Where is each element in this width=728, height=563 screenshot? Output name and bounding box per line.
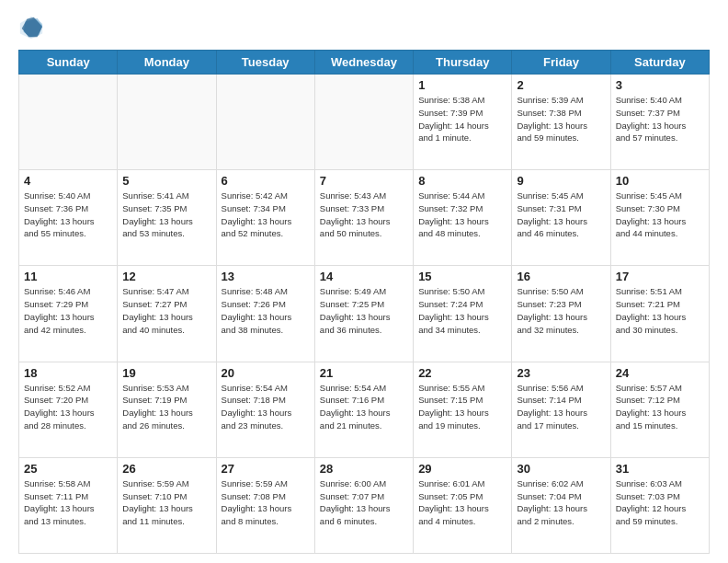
day-cell-6: 6Sunrise: 5:42 AM Sunset: 7:34 PM Daylig… xyxy=(216,170,314,266)
day-number: 19 xyxy=(122,366,210,380)
day-number: 4 xyxy=(24,174,112,188)
day-cell-16: 16Sunrise: 5:50 AM Sunset: 7:23 PM Dayli… xyxy=(512,266,610,362)
day-cell-25: 25Sunrise: 5:58 AM Sunset: 7:11 PM Dayli… xyxy=(19,457,118,553)
day-info: Sunrise: 6:03 AM Sunset: 7:03 PM Dayligh… xyxy=(616,477,704,528)
day-number: 16 xyxy=(517,270,605,283)
day-number: 17 xyxy=(616,270,704,283)
day-info: Sunrise: 5:45 AM Sunset: 7:30 PM Dayligh… xyxy=(616,190,704,240)
day-number: 10 xyxy=(616,174,704,188)
day-cell-19: 19Sunrise: 5:53 AM Sunset: 7:19 PM Dayli… xyxy=(118,362,216,457)
day-cell-4: 4Sunrise: 5:40 AM Sunset: 7:36 PM Daylig… xyxy=(19,170,118,266)
day-info: Sunrise: 5:58 AM Sunset: 7:11 PM Dayligh… xyxy=(24,477,112,528)
day-number: 29 xyxy=(418,462,506,476)
day-cell-empty-1 xyxy=(118,75,216,170)
day-info: Sunrise: 5:56 AM Sunset: 7:14 PM Dayligh… xyxy=(517,382,605,432)
day-info: Sunrise: 5:42 AM Sunset: 7:34 PM Dayligh… xyxy=(222,190,310,240)
day-info: Sunrise: 5:45 AM Sunset: 7:31 PM Dayligh… xyxy=(517,190,605,240)
page: SundayMondayTuesdayWednesdayThursdayFrid… xyxy=(0,0,728,563)
day-header-saturday: Saturday xyxy=(610,51,709,75)
day-cell-1: 1Sunrise: 5:38 AM Sunset: 7:39 PM Daylig… xyxy=(414,75,512,170)
week-row-3: 11Sunrise: 5:46 AM Sunset: 7:29 PM Dayli… xyxy=(19,266,710,362)
day-number: 3 xyxy=(616,78,704,92)
day-info: Sunrise: 5:59 AM Sunset: 7:08 PM Dayligh… xyxy=(222,477,310,528)
day-info: Sunrise: 5:54 AM Sunset: 7:18 PM Dayligh… xyxy=(222,382,310,432)
day-cell-15: 15Sunrise: 5:50 AM Sunset: 7:24 PM Dayli… xyxy=(414,266,512,362)
day-info: Sunrise: 5:52 AM Sunset: 7:20 PM Dayligh… xyxy=(24,382,112,432)
day-info: Sunrise: 5:44 AM Sunset: 7:32 PM Dayligh… xyxy=(418,190,506,240)
week-row-4: 18Sunrise: 5:52 AM Sunset: 7:20 PM Dayli… xyxy=(19,362,710,457)
day-info: Sunrise: 5:57 AM Sunset: 7:12 PM Dayligh… xyxy=(616,382,704,432)
day-cell-7: 7Sunrise: 5:43 AM Sunset: 7:33 PM Daylig… xyxy=(314,170,413,266)
day-info: Sunrise: 5:41 AM Sunset: 7:35 PM Dayligh… xyxy=(122,190,210,240)
day-info: Sunrise: 5:47 AM Sunset: 7:27 PM Dayligh… xyxy=(122,285,210,336)
day-cell-14: 14Sunrise: 5:49 AM Sunset: 7:25 PM Dayli… xyxy=(314,266,413,362)
day-number: 21 xyxy=(320,366,408,380)
day-cell-28: 28Sunrise: 6:00 AM Sunset: 7:07 PM Dayli… xyxy=(314,457,413,553)
day-cell-12: 12Sunrise: 5:47 AM Sunset: 7:27 PM Dayli… xyxy=(118,266,216,362)
day-info: Sunrise: 5:53 AM Sunset: 7:19 PM Dayligh… xyxy=(122,382,210,432)
day-cell-30: 30Sunrise: 6:02 AM Sunset: 7:04 PM Dayli… xyxy=(512,457,610,553)
day-cell-empty-3 xyxy=(314,75,413,170)
header xyxy=(18,15,710,40)
day-number: 28 xyxy=(320,462,408,476)
day-info: Sunrise: 5:38 AM Sunset: 7:39 PM Dayligh… xyxy=(418,94,506,144)
day-info: Sunrise: 5:50 AM Sunset: 7:24 PM Dayligh… xyxy=(418,285,506,336)
day-cell-24: 24Sunrise: 5:57 AM Sunset: 7:12 PM Dayli… xyxy=(610,362,709,457)
day-cell-5: 5Sunrise: 5:41 AM Sunset: 7:35 PM Daylig… xyxy=(118,170,216,266)
day-number: 6 xyxy=(222,174,310,188)
day-cell-31: 31Sunrise: 6:03 AM Sunset: 7:03 PM Dayli… xyxy=(610,457,709,553)
day-number: 20 xyxy=(222,366,310,380)
day-number: 9 xyxy=(517,174,605,188)
day-number: 18 xyxy=(24,366,112,380)
day-number: 27 xyxy=(222,462,310,476)
day-info: Sunrise: 5:48 AM Sunset: 7:26 PM Dayligh… xyxy=(222,285,310,336)
day-cell-11: 11Sunrise: 5:46 AM Sunset: 7:29 PM Dayli… xyxy=(19,266,118,362)
day-cell-empty-2 xyxy=(216,75,314,170)
week-row-5: 25Sunrise: 5:58 AM Sunset: 7:11 PM Dayli… xyxy=(19,457,710,553)
day-header-friday: Friday xyxy=(512,51,610,75)
day-info: Sunrise: 5:59 AM Sunset: 7:10 PM Dayligh… xyxy=(122,477,210,528)
day-number: 30 xyxy=(517,462,605,476)
day-number: 24 xyxy=(616,366,704,380)
day-number: 26 xyxy=(122,462,210,476)
day-info: Sunrise: 6:00 AM Sunset: 7:07 PM Dayligh… xyxy=(320,477,408,528)
day-number: 31 xyxy=(616,462,704,476)
day-cell-2: 2Sunrise: 5:39 AM Sunset: 7:38 PM Daylig… xyxy=(512,75,610,170)
day-info: Sunrise: 5:54 AM Sunset: 7:16 PM Dayligh… xyxy=(320,382,408,432)
day-number: 7 xyxy=(320,174,408,188)
day-cell-20: 20Sunrise: 5:54 AM Sunset: 7:18 PM Dayli… xyxy=(216,362,314,457)
day-header-thursday: Thursday xyxy=(414,51,512,75)
day-header-wednesday: Wednesday xyxy=(314,51,413,75)
day-cell-10: 10Sunrise: 5:45 AM Sunset: 7:30 PM Dayli… xyxy=(610,170,709,266)
day-header-row: SundayMondayTuesdayWednesdayThursdayFrid… xyxy=(19,51,710,75)
day-cell-empty-0 xyxy=(19,75,118,170)
day-header-tuesday: Tuesday xyxy=(216,51,314,75)
calendar-table: SundayMondayTuesdayWednesdayThursdayFrid… xyxy=(18,50,710,554)
day-number: 23 xyxy=(517,366,605,380)
day-number: 8 xyxy=(418,174,506,188)
day-cell-23: 23Sunrise: 5:56 AM Sunset: 7:14 PM Dayli… xyxy=(512,362,610,457)
day-info: Sunrise: 5:51 AM Sunset: 7:21 PM Dayligh… xyxy=(616,285,704,336)
day-info: Sunrise: 5:43 AM Sunset: 7:33 PM Dayligh… xyxy=(320,190,408,240)
day-number: 1 xyxy=(418,78,506,92)
day-info: Sunrise: 6:02 AM Sunset: 7:04 PM Dayligh… xyxy=(517,477,605,528)
week-row-1: 1Sunrise: 5:38 AM Sunset: 7:39 PM Daylig… xyxy=(19,75,710,170)
day-number: 15 xyxy=(418,270,506,283)
day-cell-26: 26Sunrise: 5:59 AM Sunset: 7:10 PM Dayli… xyxy=(118,457,216,553)
day-cell-8: 8Sunrise: 5:44 AM Sunset: 7:32 PM Daylig… xyxy=(414,170,512,266)
day-cell-29: 29Sunrise: 6:01 AM Sunset: 7:05 PM Dayli… xyxy=(414,457,512,553)
day-number: 22 xyxy=(418,366,506,380)
day-number: 14 xyxy=(320,270,408,283)
logo-icon xyxy=(18,15,44,40)
day-number: 11 xyxy=(24,270,112,283)
day-info: Sunrise: 5:49 AM Sunset: 7:25 PM Dayligh… xyxy=(320,285,408,336)
day-cell-21: 21Sunrise: 5:54 AM Sunset: 7:16 PM Dayli… xyxy=(314,362,413,457)
day-cell-17: 17Sunrise: 5:51 AM Sunset: 7:21 PM Dayli… xyxy=(610,266,709,362)
week-row-2: 4Sunrise: 5:40 AM Sunset: 7:36 PM Daylig… xyxy=(19,170,710,266)
day-cell-3: 3Sunrise: 5:40 AM Sunset: 7:37 PM Daylig… xyxy=(610,75,709,170)
day-header-monday: Monday xyxy=(118,51,216,75)
day-number: 13 xyxy=(222,270,310,283)
day-info: Sunrise: 5:40 AM Sunset: 7:36 PM Dayligh… xyxy=(24,190,112,240)
day-info: Sunrise: 5:46 AM Sunset: 7:29 PM Dayligh… xyxy=(24,285,112,336)
day-header-sunday: Sunday xyxy=(19,51,118,75)
